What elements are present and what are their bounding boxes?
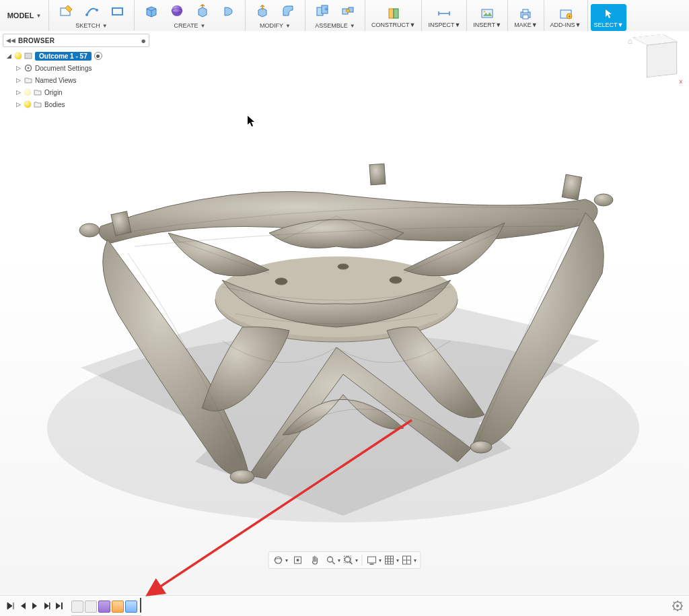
viewport[interactable]: ⌂ RIGHT x ▾ ▾ ▾ ▾ bbox=[0, 31, 689, 596]
visibility-bulb-icon[interactable] bbox=[15, 53, 22, 59]
addins-group: + ADD-INS▼ bbox=[544, 0, 588, 31]
timeline-play-button[interactable] bbox=[30, 600, 40, 612]
timeline-feature[interactable] bbox=[85, 601, 97, 613]
timeline-feature[interactable] bbox=[112, 601, 124, 613]
activate-radio-icon[interactable] bbox=[94, 52, 102, 60]
svg-rect-61 bbox=[61, 603, 63, 609]
select-label[interactable]: SELECT▼ bbox=[594, 22, 624, 28]
svg-rect-45 bbox=[368, 557, 376, 563]
new-component-button[interactable]: + bbox=[311, 0, 334, 22]
svg-point-35 bbox=[230, 470, 254, 483]
sphere-button[interactable] bbox=[166, 0, 188, 22]
insert-label[interactable]: INSERT▼ bbox=[473, 22, 501, 28]
svg-point-57 bbox=[28, 67, 30, 69]
inspect-label[interactable]: INSPECT▼ bbox=[428, 22, 460, 28]
tree-document-settings[interactable]: ▷ Document Settings bbox=[4, 62, 148, 74]
collapse-icon[interactable]: ◀◀ bbox=[6, 37, 15, 44]
timeline-marker[interactable] bbox=[140, 598, 141, 613]
line-tool-button[interactable] bbox=[80, 0, 103, 22]
create-sketch-button[interactable] bbox=[55, 0, 77, 22]
make-group: MAKE▼ bbox=[508, 0, 544, 31]
tree-origin[interactable]: ▷ Origin bbox=[4, 86, 148, 98]
pan-button[interactable] bbox=[308, 553, 323, 567]
expander-icon[interactable]: ▷ bbox=[15, 65, 22, 71]
visibility-bulb-icon[interactable] bbox=[24, 101, 31, 108]
inspect-group: INSPECT▼ bbox=[422, 0, 467, 31]
inspect-button[interactable]: INSPECT▼ bbox=[425, 4, 464, 31]
extrude-icon bbox=[195, 3, 210, 18]
look-at-button[interactable] bbox=[291, 553, 305, 567]
svg-line-71 bbox=[681, 602, 682, 603]
svg-rect-19 bbox=[523, 15, 528, 19]
fillet-button[interactable] bbox=[277, 0, 299, 22]
top-toolbar: MODEL ▼ bbox=[0, 0, 689, 32]
workspace-switch[interactable]: MODEL ▼ bbox=[0, 0, 49, 31]
expander-icon[interactable]: ▷ bbox=[15, 89, 22, 96]
svg-rect-55 bbox=[25, 53, 32, 59]
root-component-chip[interactable]: Outcome 1 - 57 bbox=[35, 52, 92, 61]
rectangle-tool-button[interactable] bbox=[106, 0, 129, 22]
joint-button[interactable] bbox=[336, 0, 359, 22]
viewport-layout-button[interactable]: ▾ bbox=[402, 553, 416, 567]
insert-button[interactable]: INSERT▼ bbox=[470, 4, 505, 31]
create-group-label[interactable]: CREATE▼ bbox=[174, 22, 206, 29]
grid-settings-button[interactable]: ▾ bbox=[384, 553, 399, 567]
box-button[interactable] bbox=[140, 0, 163, 22]
svg-text:+: + bbox=[568, 13, 571, 20]
box-icon bbox=[144, 3, 159, 18]
addins-icon: + bbox=[558, 6, 573, 21]
select-button[interactable]: SELECT▼ bbox=[591, 4, 627, 31]
timeline-start-button[interactable] bbox=[5, 600, 16, 612]
display-settings-button[interactable]: ▾ bbox=[367, 553, 382, 567]
timeline-feature[interactable] bbox=[71, 601, 83, 613]
timeline-feature[interactable] bbox=[98, 601, 110, 613]
construct-label[interactable]: CONSTRUCT▼ bbox=[371, 22, 415, 28]
svg-point-63 bbox=[676, 605, 679, 607]
timeline-step-back-button[interactable] bbox=[17, 600, 28, 612]
tree-root[interactable]: ◢ Outcome 1 - 57 bbox=[4, 50, 148, 62]
addins-button[interactable]: + ADD-INS▼ bbox=[547, 4, 585, 31]
svg-point-2 bbox=[96, 9, 98, 11]
svg-point-27 bbox=[275, 278, 287, 285]
expander-icon[interactable]: ▷ bbox=[15, 77, 22, 83]
make-label[interactable]: MAKE▼ bbox=[514, 22, 537, 28]
sketch-group: SKETCH▼ bbox=[49, 0, 135, 31]
construct-button[interactable]: CONSTRUCT▼ bbox=[368, 4, 419, 31]
expander-icon[interactable]: ▷ bbox=[15, 101, 22, 108]
home-view-icon[interactable]: ⌂ bbox=[628, 36, 632, 46]
separator bbox=[362, 555, 363, 566]
press-pull-button[interactable] bbox=[251, 0, 274, 22]
tree-named-views[interactable]: ▷ Named Views bbox=[4, 74, 148, 86]
rectangle-icon bbox=[110, 3, 124, 18]
extrude-button[interactable] bbox=[191, 0, 214, 22]
addins-label[interactable]: ADD-INS▼ bbox=[550, 22, 581, 28]
select-group: SELECT▼ bbox=[588, 0, 630, 31]
timeline-end-button[interactable] bbox=[54, 600, 65, 612]
revolve-icon bbox=[221, 3, 235, 18]
orbit-button[interactable]: ▾ bbox=[273, 553, 288, 567]
tree-bodies[interactable]: ▷ Bodies bbox=[4, 98, 148, 110]
visibility-bulb-off-icon[interactable] bbox=[24, 89, 31, 96]
component-icon bbox=[24, 52, 32, 60]
revolve-button[interactable] bbox=[217, 0, 240, 22]
fillet-icon bbox=[281, 3, 295, 18]
modify-label[interactable]: MODIFY▼ bbox=[260, 22, 291, 29]
expander-open-icon[interactable]: ◢ bbox=[5, 53, 12, 59]
svg-rect-32 bbox=[369, 164, 386, 184]
assemble-label[interactable]: ASSEMBLE▼ bbox=[315, 22, 355, 29]
svg-point-34 bbox=[594, 194, 613, 206]
zoom-button[interactable]: ▾ bbox=[326, 553, 340, 567]
view-cube[interactable]: ⌂ RIGHT x bbox=[632, 35, 680, 82]
make-button[interactable]: MAKE▼ bbox=[511, 4, 540, 31]
axis-x-label: x bbox=[680, 78, 683, 85]
browser-header[interactable]: ◀◀ BROWSER ● bbox=[3, 34, 149, 47]
timeline-step-fwd-button[interactable] bbox=[42, 600, 52, 612]
fit-button[interactable]: ▾ bbox=[343, 553, 358, 567]
timeline-feature[interactable] bbox=[125, 601, 137, 613]
svg-rect-47 bbox=[386, 556, 394, 564]
browser-dot-icon[interactable]: ● bbox=[141, 36, 146, 46]
sketch-group-label[interactable]: SKETCH▼ bbox=[75, 22, 107, 29]
create-group: CREATE▼ bbox=[135, 0, 246, 31]
timeline-settings-button[interactable] bbox=[672, 600, 684, 612]
svg-rect-13 bbox=[394, 9, 398, 18]
